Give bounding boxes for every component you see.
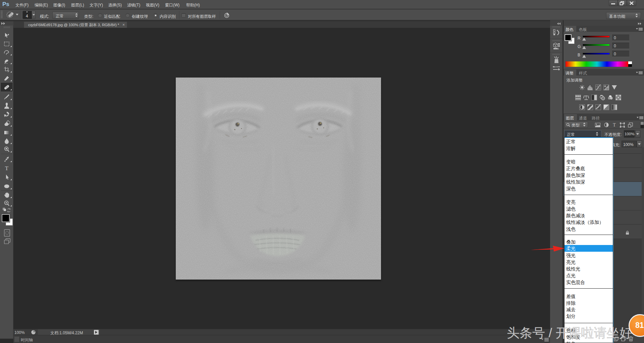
svg-text:T: T: [613, 122, 616, 127]
svg-text:T: T: [5, 165, 9, 172]
